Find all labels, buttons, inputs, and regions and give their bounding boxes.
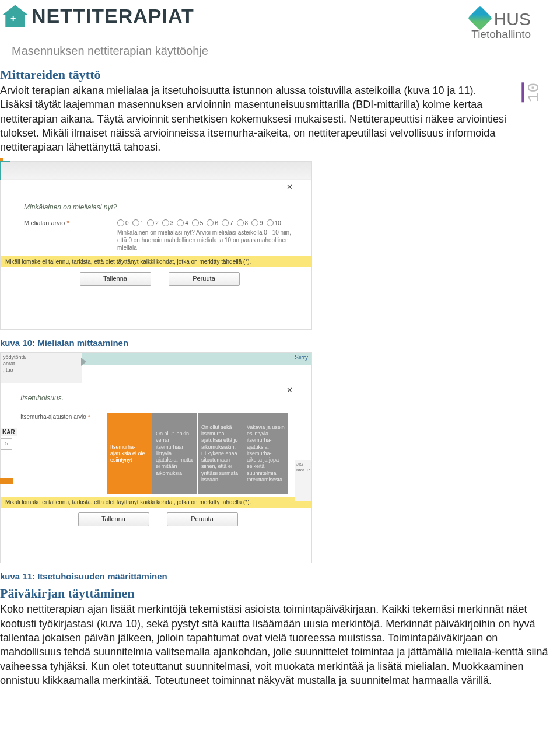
cancel-button[interactable]: Peruuta [167,512,238,526]
radio-icon [237,219,244,226]
radio-label: 6 [215,220,218,226]
close-icon[interactable]: ✕ [286,386,293,394]
field-hint: Minkälainen on mielialasi nyt? Arvioi mi… [117,229,295,252]
radio-option[interactable]: 9 [251,219,263,226]
rating-scale: 012345678910 [117,219,281,226]
arrow-icon [81,358,86,366]
radio-icon [251,219,258,226]
radio-icon [177,219,184,226]
paragraph-mittareiden: Arvioit terapian aikana mielialaa ja its… [0,83,560,154]
heading-mittareiden: Mittareiden täyttö [0,67,560,82]
radio-label: 1 [141,220,144,226]
radio-option[interactable]: 10 [267,219,281,226]
radio-icon [162,219,169,226]
decorative-orange-side [0,478,13,484]
warning-bar: Mikäli lomake ei tallennu, tarkista, ett… [1,497,312,508]
radio-icon [147,219,154,226]
background-peek-left: yödytöntä anrat , tuo [1,353,82,383]
page-number: 10 [522,83,544,103]
figure-10-caption: kuva 10: Mielialan mittaaminen [0,338,560,348]
figure-11-caption: kuva 11: Itsetuhoisuuden määrittäminen [0,571,560,581]
option-4[interactable]: Vakavia ja usein esiintyviä itsemurha-aj… [243,413,289,494]
field-label: Itsemurha-ajatusten arvio * [20,413,107,494]
page-header: NETTITERAPIAT HUS Tietohallinto [0,0,560,41]
radio-option[interactable]: 6 [206,219,218,226]
figure-10: ✕ Minkälainen on mielialasi nyt? Mielial… [0,161,312,330]
radio-option[interactable]: 5 [192,219,204,226]
radio-label: 8 [245,220,249,226]
hus-main: HUS [494,9,531,29]
option-2[interactable]: On ollut jonkin verran itsemurhaan liitt… [152,413,198,494]
siirry-link[interactable]: Siirry [295,354,308,361]
heading-paivakirja: Päiväkirjan täyttäminen [0,586,560,601]
radio-option[interactable]: 8 [237,219,249,226]
logo-hus: HUS Tietohallinto [439,5,554,41]
cancel-button[interactable]: Peruuta [169,272,240,286]
option-selected[interactable]: Itsemurha-ajatuksia ei ole esiintynyt [107,413,152,494]
modal-titlebar [1,162,312,180]
radio-label: 0 [125,220,129,226]
modal-title: Itsetuhoisuus. [20,394,295,402]
logo-wordmark: NETTITERAPIAT [32,5,194,27]
radio-icon [222,219,229,226]
radio-icon [117,219,124,226]
blank-space [1,292,312,329]
side-label-kar: KAR [1,428,17,436]
field-label: Mielialan arvio * [24,219,111,226]
radio-option[interactable]: 3 [162,219,174,226]
hus-sub: Tietohallinto [471,28,531,41]
house-icon [2,5,28,27]
radio-label: 3 [170,220,174,226]
likert-row: Itsemurha-ajatusten arvio * Itsemurha-aj… [20,413,295,494]
radio-option[interactable]: 4 [177,219,188,226]
radio-label: 10 [275,220,281,226]
paragraph-paivakirja: Koko nettiterapian ajan lisäät merkintöj… [0,602,560,687]
option-3[interactable]: On ollut sekä itsemurha-ajatuksia että j… [198,413,243,494]
radio-icon [132,219,139,226]
radio-label: 2 [155,220,159,226]
radio-label: 9 [260,220,263,226]
save-button[interactable]: Tallenna [78,512,149,526]
radio-option[interactable]: 1 [132,219,144,226]
radio-icon [192,219,199,226]
close-icon[interactable]: ✕ [286,183,293,191]
document-title: Masennuksen nettiterapian käyttöohje [0,41,560,64]
radio-option[interactable]: 2 [147,219,159,226]
radio-option[interactable]: 7 [222,219,233,226]
radio-icon [267,219,274,226]
radio-label: 5 [200,220,204,226]
hus-icon [468,6,492,30]
radio-label: 7 [230,220,233,226]
logo-nettiterapiat: NETTITERAPIAT [2,5,194,27]
radio-icon [206,219,214,226]
warning-bar: Mikäli lomake ei tallennu, tarkista, ett… [1,256,312,267]
question-title: Minkälainen on mielialasi nyt? [24,203,295,211]
background-peek-right: JIS mat .P [295,460,312,501]
side-page-box: 5 [1,438,12,450]
radio-label: 4 [185,220,188,226]
save-button[interactable]: Tallenna [80,272,151,286]
radio-option[interactable]: 0 [117,219,129,226]
figure-11: yödytöntä anrat , tuo Siirry ✕ KAR 5 JIS… [0,352,312,563]
blank-space [1,532,312,563]
